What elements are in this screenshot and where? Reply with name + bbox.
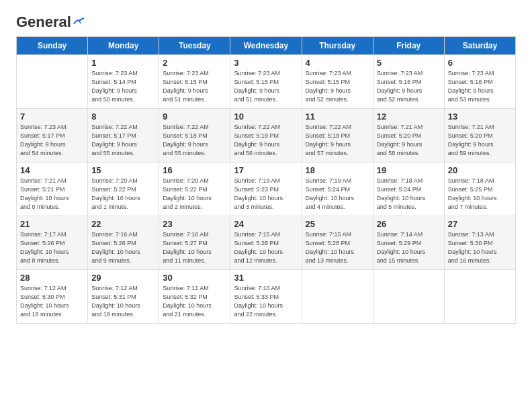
day-number: 13	[448, 111, 512, 122]
day-number: 31	[234, 273, 298, 283]
day-number: 12	[377, 111, 441, 122]
cell-info: Sunrise: 7:21 AMSunset: 5:21 PMDaylight:…	[20, 177, 84, 212]
day-number: 20	[448, 165, 512, 175]
day-number: 5	[377, 58, 441, 68]
weekday-header-tuesday: Tuesday	[159, 37, 230, 55]
cell-info: Sunrise: 7:10 AMSunset: 5:33 PMDaylight:…	[234, 284, 298, 319]
cell-info: Sunrise: 7:12 AMSunset: 5:30 PMDaylight:…	[20, 284, 84, 319]
day-number: 26	[377, 219, 441, 229]
calendar-cell: 20Sunrise: 7:18 AMSunset: 5:25 PMDayligh…	[444, 163, 515, 216]
day-number: 19	[377, 165, 441, 175]
calendar-cell: 26Sunrise: 7:14 AMSunset: 5:29 PMDayligh…	[373, 216, 444, 270]
cell-info: Sunrise: 7:23 AMSunset: 5:15 PMDaylight:…	[306, 69, 369, 104]
calendar-cell: 5Sunrise: 7:23 AMSunset: 5:16 PMDaylight…	[373, 55, 444, 109]
day-number: 2	[163, 58, 226, 68]
cell-info: Sunrise: 7:22 AMSunset: 5:17 PMDaylight:…	[91, 123, 155, 158]
cell-info: Sunrise: 7:15 AMSunset: 5:28 PMDaylight:…	[234, 230, 298, 265]
day-number: 25	[306, 219, 369, 229]
cell-info: Sunrise: 7:22 AMSunset: 5:18 PMDaylight:…	[163, 123, 226, 158]
day-number: 30	[163, 273, 226, 283]
calendar-cell	[302, 270, 373, 324]
cell-info: Sunrise: 7:16 AMSunset: 5:27 PMDaylight:…	[163, 230, 226, 265]
day-number: 9	[163, 111, 226, 122]
calendar-cell: 8Sunrise: 7:22 AMSunset: 5:17 PMDaylight…	[88, 109, 159, 163]
header: General	[16, 13, 516, 28]
logo-general: General	[16, 13, 71, 31]
calendar-cell: 15Sunrise: 7:20 AMSunset: 5:22 PMDayligh…	[88, 163, 159, 216]
cell-info: Sunrise: 7:11 AMSunset: 5:32 PMDaylight:…	[163, 284, 226, 319]
cell-info: Sunrise: 7:22 AMSunset: 5:19 PMDaylight:…	[306, 123, 369, 158]
cell-info: Sunrise: 7:23 AMSunset: 5:16 PMDaylight:…	[448, 69, 512, 104]
calendar-cell: 24Sunrise: 7:15 AMSunset: 5:28 PMDayligh…	[230, 216, 302, 270]
cell-info: Sunrise: 7:18 AMSunset: 5:24 PMDaylight:…	[377, 177, 441, 212]
cell-info: Sunrise: 7:21 AMSunset: 5:20 PMDaylight:…	[448, 123, 512, 158]
calendar-cell: 1Sunrise: 7:23 AMSunset: 5:14 PMDaylight…	[88, 55, 159, 109]
calendar-cell: 25Sunrise: 7:15 AMSunset: 5:28 PMDayligh…	[302, 216, 373, 270]
day-number: 8	[91, 111, 155, 122]
day-number: 29	[91, 273, 155, 283]
calendar-cell: 28Sunrise: 7:12 AMSunset: 5:30 PMDayligh…	[17, 270, 88, 324]
cell-info: Sunrise: 7:23 AMSunset: 5:17 PMDaylight:…	[20, 123, 84, 158]
day-number: 24	[234, 219, 298, 229]
calendar-cell: 11Sunrise: 7:22 AMSunset: 5:19 PMDayligh…	[302, 109, 373, 163]
cell-info: Sunrise: 7:23 AMSunset: 5:14 PMDaylight:…	[91, 69, 155, 104]
day-number: 7	[20, 111, 84, 122]
logo: General	[16, 13, 85, 28]
cell-info: Sunrise: 7:19 AMSunset: 5:24 PMDaylight:…	[306, 177, 369, 212]
day-number: 3	[234, 58, 298, 68]
day-number: 22	[91, 219, 155, 229]
calendar-cell: 14Sunrise: 7:21 AMSunset: 5:21 PMDayligh…	[17, 163, 88, 216]
calendar-cell: 12Sunrise: 7:21 AMSunset: 5:20 PMDayligh…	[373, 109, 444, 163]
day-number: 4	[306, 58, 369, 68]
calendar-cell: 19Sunrise: 7:18 AMSunset: 5:24 PMDayligh…	[373, 163, 444, 216]
day-number: 21	[20, 219, 84, 229]
calendar-cell: 29Sunrise: 7:12 AMSunset: 5:31 PMDayligh…	[88, 270, 159, 324]
calendar-cell: 22Sunrise: 7:16 AMSunset: 5:26 PMDayligh…	[88, 216, 159, 270]
day-number: 27	[448, 219, 512, 229]
day-number: 17	[234, 165, 298, 175]
weekday-header-wednesday: Wednesday	[230, 37, 302, 55]
day-number: 6	[448, 58, 512, 68]
cell-info: Sunrise: 7:16 AMSunset: 5:26 PMDaylight:…	[91, 230, 155, 265]
logo-bird-icon	[73, 17, 85, 27]
calendar-cell: 17Sunrise: 7:19 AMSunset: 5:23 PMDayligh…	[230, 163, 302, 216]
cell-info: Sunrise: 7:23 AMSunset: 5:15 PMDaylight:…	[163, 69, 226, 104]
calendar-cell: 18Sunrise: 7:19 AMSunset: 5:24 PMDayligh…	[302, 163, 373, 216]
weekday-header-friday: Friday	[373, 37, 444, 55]
day-number: 14	[20, 165, 84, 175]
day-number: 23	[163, 219, 226, 229]
cell-info: Sunrise: 7:14 AMSunset: 5:29 PMDaylight:…	[377, 230, 441, 265]
day-number: 15	[91, 165, 155, 175]
cell-info: Sunrise: 7:13 AMSunset: 5:30 PMDaylight:…	[448, 230, 512, 265]
cell-info: Sunrise: 7:20 AMSunset: 5:22 PMDaylight:…	[163, 177, 226, 212]
calendar-cell: 9Sunrise: 7:22 AMSunset: 5:18 PMDaylight…	[159, 109, 230, 163]
cell-info: Sunrise: 7:15 AMSunset: 5:28 PMDaylight:…	[306, 230, 369, 265]
day-number: 16	[163, 165, 226, 175]
calendar-cell: 23Sunrise: 7:16 AMSunset: 5:27 PMDayligh…	[159, 216, 230, 270]
calendar-cell	[444, 270, 515, 324]
calendar-cell: 27Sunrise: 7:13 AMSunset: 5:30 PMDayligh…	[444, 216, 515, 270]
calendar-cell: 2Sunrise: 7:23 AMSunset: 5:15 PMDaylight…	[159, 55, 230, 109]
calendar-cell: 21Sunrise: 7:17 AMSunset: 5:26 PMDayligh…	[17, 216, 88, 270]
calendar-cell	[17, 55, 88, 109]
calendar-cell	[373, 270, 444, 324]
cell-info: Sunrise: 7:12 AMSunset: 5:31 PMDaylight:…	[91, 284, 155, 319]
cell-info: Sunrise: 7:20 AMSunset: 5:22 PMDaylight:…	[91, 177, 155, 212]
cell-info: Sunrise: 7:23 AMSunset: 5:16 PMDaylight:…	[377, 69, 441, 104]
day-number: 28	[20, 273, 84, 283]
cell-info: Sunrise: 7:23 AMSunset: 5:15 PMDaylight:…	[234, 69, 298, 104]
weekday-header-thursday: Thursday	[302, 37, 373, 55]
weekday-header-monday: Monday	[88, 37, 159, 55]
weekday-header-saturday: Saturday	[444, 37, 515, 55]
cell-info: Sunrise: 7:21 AMSunset: 5:20 PMDaylight:…	[377, 123, 441, 158]
calendar-cell: 16Sunrise: 7:20 AMSunset: 5:22 PMDayligh…	[159, 163, 230, 216]
cell-info: Sunrise: 7:17 AMSunset: 5:26 PMDaylight:…	[20, 230, 84, 265]
day-number: 18	[306, 165, 369, 175]
calendar-cell: 10Sunrise: 7:22 AMSunset: 5:19 PMDayligh…	[230, 109, 302, 163]
day-number: 1	[91, 58, 155, 68]
calendar-cell: 3Sunrise: 7:23 AMSunset: 5:15 PMDaylight…	[230, 55, 302, 109]
day-number: 10	[234, 111, 298, 122]
calendar-cell: 31Sunrise: 7:10 AMSunset: 5:33 PMDayligh…	[230, 270, 302, 324]
calendar-cell: 30Sunrise: 7:11 AMSunset: 5:32 PMDayligh…	[159, 270, 230, 324]
cell-info: Sunrise: 7:19 AMSunset: 5:23 PMDaylight:…	[234, 177, 298, 212]
